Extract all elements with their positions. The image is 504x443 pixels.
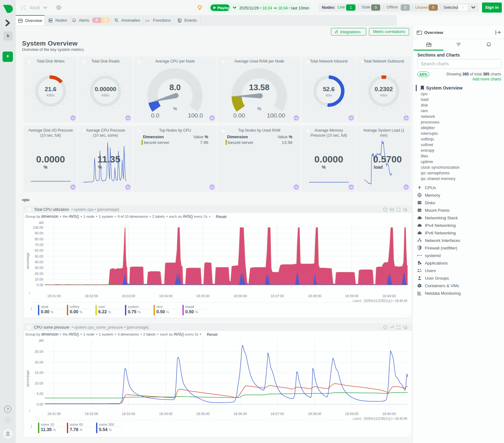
svg-text:(x): (x) — [147, 19, 149, 22]
svg-text:f: f — [145, 19, 147, 22]
